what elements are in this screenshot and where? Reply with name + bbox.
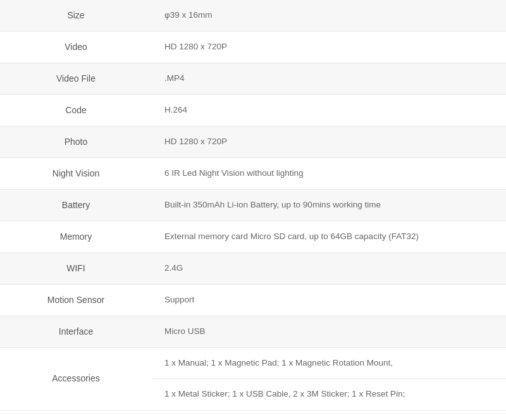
table-row-motion-sensor: Motion Sensor Support bbox=[0, 285, 506, 316]
value-accessories-1: 1 x Manual; 1 x Magnetic Pad; 1 x Magnet… bbox=[152, 348, 506, 379]
table-row-interface: Interface Micro USB bbox=[0, 316, 506, 348]
label-battery: Battery bbox=[0, 190, 152, 221]
label-night-vision: Night Vision bbox=[0, 158, 152, 190]
label-machine-weight: Machine Weight bbox=[0, 410, 152, 420]
value-battery: Built-in 350mAh Li-ion Battery, up to 90… bbox=[152, 190, 506, 221]
value-photo: HD 1280 x 720P bbox=[152, 127, 506, 158]
label-video: Video bbox=[0, 32, 152, 63]
label-memory: Memory bbox=[0, 221, 152, 253]
table-row-video: Video HD 1280 x 720P bbox=[0, 32, 506, 63]
table-row-photo: Photo HD 1280 x 720P bbox=[0, 127, 506, 158]
value-night-vision: 6 IR Led Night Vision without lighting bbox=[152, 158, 506, 190]
label-wifi: WIFI bbox=[0, 253, 152, 285]
label-code: Code bbox=[0, 95, 152, 127]
table-row-night-vision: Night Vision 6 IR Led Night Vision witho… bbox=[0, 158, 506, 190]
table-row-memory: Memory External memory card Micro SD car… bbox=[0, 221, 506, 253]
value-memory: External memory card Micro SD card, up t… bbox=[152, 221, 506, 253]
table-row-video-file: Video File .MP4 bbox=[0, 63, 506, 95]
label-accessories: Accessories bbox=[0, 348, 152, 411]
label-size: Size bbox=[0, 0, 152, 32]
table-row-code: Code H.264 bbox=[0, 95, 506, 127]
value-motion-sensor: Support bbox=[152, 285, 506, 316]
table-row-size: Size φ39 x 16mm bbox=[0, 0, 506, 32]
table-row-battery: Battery Built-in 350mAh Li-ion Battery, … bbox=[0, 190, 506, 221]
label-photo: Photo bbox=[0, 127, 152, 158]
label-video-file: Video File bbox=[0, 63, 152, 95]
table-row-machine-weight: Machine Weight 19g bbox=[0, 410, 506, 420]
label-motion-sensor: Motion Sensor bbox=[0, 285, 152, 316]
table-row-wifi: WIFI 2.4G bbox=[0, 253, 506, 285]
spec-table: Size φ39 x 16mm Video HD 1280 x 720P Vid… bbox=[0, 0, 506, 420]
value-interface: Micro USB bbox=[152, 316, 506, 348]
value-video-file: .MP4 bbox=[152, 63, 506, 95]
value-code: H.264 bbox=[152, 95, 506, 127]
value-size: φ39 x 16mm bbox=[152, 0, 506, 32]
value-wifi: 2.4G bbox=[152, 253, 506, 285]
table-row-accessories: Accessories 1 x Manual; 1 x Magnetic Pad… bbox=[0, 348, 506, 379]
value-accessories-2: 1 x Metal Sticker; 1 x USB Cable, 2 x 3M… bbox=[152, 379, 506, 410]
label-interface: Interface bbox=[0, 316, 152, 348]
value-video: HD 1280 x 720P bbox=[152, 32, 506, 63]
value-machine-weight: 19g bbox=[152, 410, 506, 420]
